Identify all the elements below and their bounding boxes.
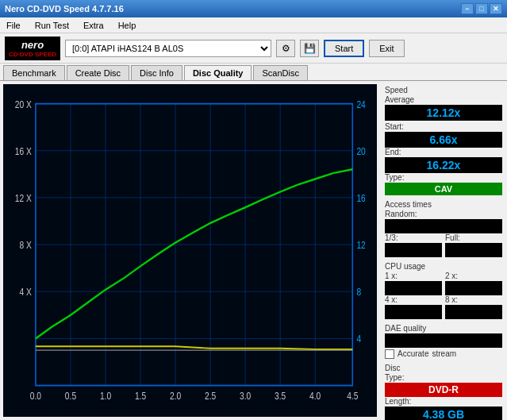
- third-label: 1/3:: [385, 233, 442, 242]
- svg-text:12 X: 12 X: [15, 193, 32, 203]
- disc-type-value: DVD-R: [385, 383, 502, 397]
- svg-text:24: 24: [356, 99, 365, 110]
- cpu-row-2: 4 x: 8 x:: [385, 295, 502, 319]
- options-icon[interactable]: ⚙: [276, 40, 295, 57]
- disc-length-value: 4.38 GB: [385, 407, 502, 420]
- svg-text:4.0: 4.0: [309, 391, 321, 401]
- chart-area: 20 X 16 X 12 X 8 X 4 X 24 20 16 12 8 4 0…: [3, 84, 377, 417]
- dae-label: DAE quality: [385, 324, 502, 333]
- main-content: 20 X 16 X 12 X 8 X 4 X 24 20 16 12 8 4 0…: [0, 81, 507, 420]
- menu-run-test[interactable]: Run Test: [32, 19, 72, 32]
- svg-text:8 X: 8 X: [19, 240, 32, 250]
- 2x-label: 2 x:: [445, 272, 502, 280]
- cpu-usage-label: CPU usage: [385, 262, 502, 271]
- svg-text:1.0: 1.0: [100, 391, 111, 401]
- dae-section: DAE quality Accurate stream: [382, 322, 505, 360]
- svg-text:12: 12: [356, 240, 365, 250]
- access-times-section: Access times Random: 1/3: Full:: [382, 198, 505, 259]
- menu-file[interactable]: File: [3, 19, 24, 32]
- svg-text:2.0: 2.0: [170, 391, 181, 401]
- 8x-value: [445, 305, 502, 319]
- right-panel: Speed Average 12.12x Start: 6.66x End: 1…: [380, 81, 507, 420]
- window-title: Nero CD-DVD Speed 4.7.7.16: [5, 4, 461, 13]
- disc-type-label: Type:: [385, 373, 502, 382]
- chart-svg: 20 X 16 X 12 X 8 X 4 X 24 20 16 12 8 4 0…: [3, 84, 377, 417]
- disc-section: Disc Type: DVD-R Length: 4.38 GB: [382, 362, 505, 420]
- svg-text:2.5: 2.5: [205, 391, 216, 401]
- svg-text:0.5: 0.5: [65, 391, 76, 401]
- accurate-stream-row: Accurate stream: [385, 349, 502, 359]
- menu-bar: File Run Test Extra Help: [0, 17, 507, 33]
- 4x-value: [385, 305, 442, 319]
- menu-help[interactable]: Help: [115, 19, 140, 32]
- 4x-label: 4 x:: [385, 295, 442, 304]
- 1x-label: 1 x:: [385, 272, 442, 280]
- type-label: Type:: [385, 173, 502, 182]
- svg-text:4.5: 4.5: [347, 391, 358, 401]
- tab-create-disc[interactable]: Create Disc: [67, 65, 129, 80]
- dae-value: [385, 333, 502, 348]
- close-button[interactable]: ✕: [490, 3, 502, 14]
- svg-text:16: 16: [356, 193, 365, 203]
- average-label: Average: [385, 95, 502, 104]
- random-value: [385, 219, 502, 233]
- exit-button[interactable]: Exit: [369, 40, 404, 57]
- cpu-usage-section: CPU usage 1 x: 2 x: 4 x: 8 x:: [382, 260, 505, 321]
- disc-label: Disc: [385, 364, 502, 372]
- maximize-button[interactable]: □: [475, 3, 488, 14]
- speed-label: Speed: [385, 86, 502, 94]
- svg-text:4 X: 4 X: [19, 287, 32, 297]
- full-value: [445, 243, 502, 257]
- tab-disc-quality[interactable]: Disc Quality: [184, 65, 252, 80]
- svg-text:20: 20: [356, 146, 365, 156]
- minimize-button[interactable]: −: [461, 3, 474, 14]
- end-value: 16.22x: [385, 157, 502, 173]
- start-label: Start:: [385, 122, 404, 131]
- svg-text:20 X: 20 X: [15, 99, 32, 110]
- accurate-stream-checkbox[interactable]: [385, 349, 394, 359]
- 2x-value: [445, 281, 502, 295]
- svg-text:3.5: 3.5: [275, 391, 286, 401]
- nero-logo: nero CD·DVD SPEED: [5, 37, 60, 60]
- stream-label: stream: [432, 349, 456, 358]
- svg-text:4: 4: [356, 333, 361, 344]
- title-bar: Nero CD-DVD Speed 4.7.7.16 − □ ✕: [0, 0, 507, 17]
- svg-text:3.0: 3.0: [240, 391, 251, 401]
- window-controls: − □ ✕: [461, 3, 502, 14]
- end-label: End:: [385, 148, 502, 156]
- full-label: Full:: [445, 233, 502, 242]
- svg-text:16 X: 16 X: [15, 146, 32, 156]
- 8x-label: 8 x:: [445, 295, 502, 304]
- svg-text:0.0: 0.0: [30, 391, 41, 401]
- toolbar: nero CD·DVD SPEED [0:0] ATAPI iHAS124 B …: [0, 33, 507, 64]
- 1x-value: [385, 281, 442, 295]
- cpu-row-1: 1 x: 2 x:: [385, 272, 502, 295]
- menu-extra[interactable]: Extra: [80, 19, 107, 32]
- nero-logo-sub: CD·DVD SPEED: [9, 51, 56, 58]
- disc-length-label: Length:: [385, 397, 502, 406]
- access-times-label: Access times: [385, 200, 502, 209]
- average-value: 12.12x: [385, 105, 502, 121]
- svg-text:8: 8: [356, 287, 361, 297]
- nero-logo-text: nero: [21, 39, 44, 51]
- access-times-row: 1/3: Full:: [385, 233, 502, 257]
- start-button[interactable]: Start: [324, 40, 364, 57]
- svg-rect-0: [3, 84, 377, 417]
- type-value: CAV: [385, 183, 502, 195]
- save-icon[interactable]: 💾: [300, 40, 319, 57]
- start-value: 6.66x: [385, 132, 502, 148]
- speed-section: Speed Average 12.12x Start: 6.66x End: 1…: [382, 84, 505, 197]
- random-label: Random:: [385, 210, 502, 218]
- accurate-label: Accurate: [398, 349, 428, 358]
- tab-disc-info[interactable]: Disc Info: [131, 65, 182, 80]
- tabs-bar: Benchmark Create Disc Disc Info Disc Qua…: [0, 64, 507, 81]
- drive-selector[interactable]: [0:0] ATAPI iHAS124 B AL0S: [65, 40, 271, 57]
- tab-scan-disc[interactable]: ScanDisc: [253, 65, 307, 80]
- svg-text:1.5: 1.5: [135, 391, 146, 401]
- tab-benchmark[interactable]: Benchmark: [3, 65, 65, 80]
- third-value: [385, 243, 442, 257]
